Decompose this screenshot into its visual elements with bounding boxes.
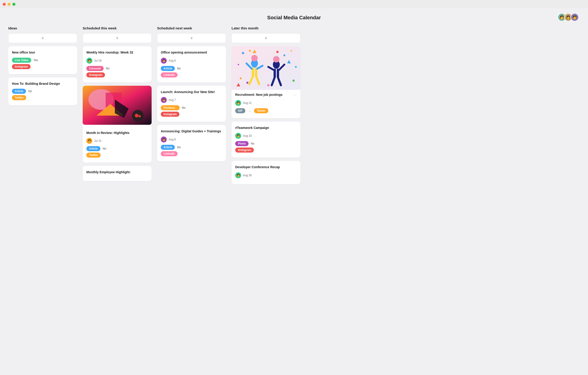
tags-row-2: LinkedIn: [161, 72, 222, 77]
card-avatar: 🧑: [86, 138, 92, 144]
card-teamwork-campaign: #Teamwork Campaign 🧑 Aug 23 Photo No Ins…: [231, 122, 300, 158]
page-title: Social Media Calendar: [267, 15, 321, 21]
card-digital-guides: Announcing: Digital Guides + Trainings 👩…: [157, 125, 226, 161]
card-monthly-employee-highlight: Monthly Employee Highlight:: [83, 166, 152, 181]
tag-article[interactable]: Article: [86, 146, 100, 151]
svg-point-14: [267, 84, 269, 86]
card-date: Jul 29: [94, 59, 102, 62]
status-yes: Yes: [33, 59, 38, 62]
column-header-ideas: Ideas: [8, 26, 77, 30]
add-next-week-button[interactable]: +: [157, 33, 226, 43]
card-avatar: 🧑: [235, 172, 241, 178]
card-content: Recruitment: New job postings ··· 🧑 Aug …: [231, 90, 300, 118]
card-meta: 🧑 Jul 29: [86, 58, 148, 64]
add-idea-button[interactable]: +: [8, 33, 77, 43]
maximize-button[interactable]: [12, 3, 15, 6]
svg-point-7: [138, 115, 141, 118]
add-this-week-button[interactable]: +: [83, 33, 152, 43]
card-weekly-hire-roundup: Weekly Hire roundup: Week 32 🧑 Jul 29 Ca…: [83, 46, 152, 83]
card-title: New office tour: [12, 50, 74, 55]
column-header-this-week: Scheduled this week: [83, 26, 152, 30]
tag-instagram[interactable]: Instagram: [235, 148, 254, 153]
card-meta: 👩 Aug 6: [161, 58, 222, 64]
column-header-next-week: Scheduled next week: [157, 26, 226, 30]
card-avatar: 👩: [161, 58, 167, 64]
tags-row: GIF — Twitter: [235, 108, 297, 113]
card-content: Month in Review: Highlights 🧑 Jul 31 Art…: [83, 128, 152, 163]
tag-instagram[interactable]: Instagram: [161, 112, 179, 117]
tags-row-2: Twitter: [12, 95, 74, 100]
column-ideas: Ideas + New office tour Live Video Yes I…: [8, 26, 77, 108]
tag-photo[interactable]: Photo: [235, 141, 249, 146]
close-button[interactable]: [3, 3, 6, 6]
card-date: Aug 7: [168, 98, 176, 102]
tags-row-2: Instagram: [161, 112, 222, 117]
card-title: Month in Review: Highlights: [86, 131, 148, 135]
card-title: How To: Building Brand Design: [12, 82, 74, 86]
card-date: Aug 8: [168, 138, 176, 141]
column-header-later: Later this month: [231, 26, 300, 30]
tag-live-video[interactable]: Live Video: [12, 58, 31, 63]
card-title: Weekly Hire roundup: Week 32: [86, 50, 148, 55]
svg-point-9: [242, 52, 244, 54]
app-body: Social Media Calendar 🧑 👩 🧑 Ideas + New …: [0, 8, 588, 375]
tag-carousel[interactable]: Carousel: [86, 66, 104, 71]
tag-article[interactable]: Article: [161, 66, 175, 71]
tag-twitter[interactable]: Twitter: [254, 108, 268, 113]
tag-article[interactable]: Article: [12, 89, 26, 94]
kanban-board: Ideas + New office tour Live Video Yes I…: [0, 26, 588, 188]
tag-linkedin[interactable]: LinkedIn: [161, 151, 178, 156]
celebration-art: [231, 46, 300, 90]
card-date: Aug 21: [243, 101, 252, 105]
status-no: No: [251, 142, 254, 145]
svg-point-33: [273, 56, 280, 63]
tag-instagram[interactable]: Instagram: [86, 72, 105, 77]
column-scheduled-next-week: Scheduled next week + Office opening ann…: [157, 26, 226, 164]
card-developer-conference-recap: Developer Conference Recap 🧑 Aug 26: [231, 161, 300, 184]
user-avatars: 🧑 👩 🧑: [558, 13, 579, 21]
card-meta: 🧑 Aug 21: [235, 100, 297, 106]
more-options-icon[interactable]: ···: [293, 93, 297, 97]
tags-row: Produce... No: [161, 105, 222, 110]
card-building-brand: How To: Building Brand Design Article No…: [8, 77, 77, 106]
avatar-3[interactable]: 🧑: [571, 13, 579, 21]
tags-row-2: Instagram: [86, 72, 148, 77]
status-no: No: [177, 67, 180, 70]
status-no: No: [177, 146, 180, 149]
card-meta: 👩 Aug 7: [161, 97, 222, 103]
svg-point-16: [292, 79, 295, 82]
card-date: Aug 6: [168, 59, 176, 62]
svg-point-25: [251, 55, 258, 61]
add-later-button[interactable]: +: [231, 33, 300, 43]
svg-point-11: [276, 51, 279, 53]
tag-gif[interactable]: GIF: [235, 108, 245, 113]
card-meta: 🧑 Jul 31: [86, 138, 148, 144]
card-new-office-tour: New office tour Live Video Yes Instagram: [8, 46, 77, 74]
card-date: Aug 23: [243, 134, 252, 137]
tag-instagram[interactable]: Instagram: [12, 64, 31, 69]
card-date: Jul 31: [94, 139, 102, 142]
card-title: Monthly Employee Highlight:: [86, 170, 148, 175]
card-avatar: 🧑: [235, 133, 241, 139]
card-title: Recruitment: New job postings: [235, 93, 283, 97]
svg-point-17: [238, 64, 239, 65]
tags-row-2: Instagram: [235, 148, 297, 153]
tag-linkedin[interactable]: LinkedIn: [161, 72, 178, 77]
card-avatar: 👩: [161, 97, 167, 103]
tag-article[interactable]: Article: [161, 145, 175, 150]
card-avatar: 🧑: [86, 58, 92, 64]
card-avatar: 👩: [161, 137, 167, 142]
card-title: Announcing: Digital Guides + Trainings: [161, 129, 222, 134]
tag-twitter[interactable]: Twitter: [12, 95, 26, 100]
card-meta: 🧑 Aug 26: [235, 172, 297, 178]
card-title: Developer Conference Recap: [235, 165, 297, 170]
tags-row: Article No: [161, 66, 222, 71]
header: Social Media Calendar 🧑 👩 🧑: [0, 8, 588, 26]
tag-produce[interactable]: Produce...: [161, 105, 180, 110]
card-meta: 👩 Aug 8: [161, 137, 222, 142]
tags-row: Article No: [12, 89, 74, 94]
minimize-button[interactable]: [8, 3, 10, 6]
card-image-abstract: [83, 86, 152, 125]
tag-twitter[interactable]: Twitter: [86, 153, 101, 158]
card-office-opening-announcement: Office opening announcement 👩 Aug 6 Arti…: [157, 46, 226, 83]
